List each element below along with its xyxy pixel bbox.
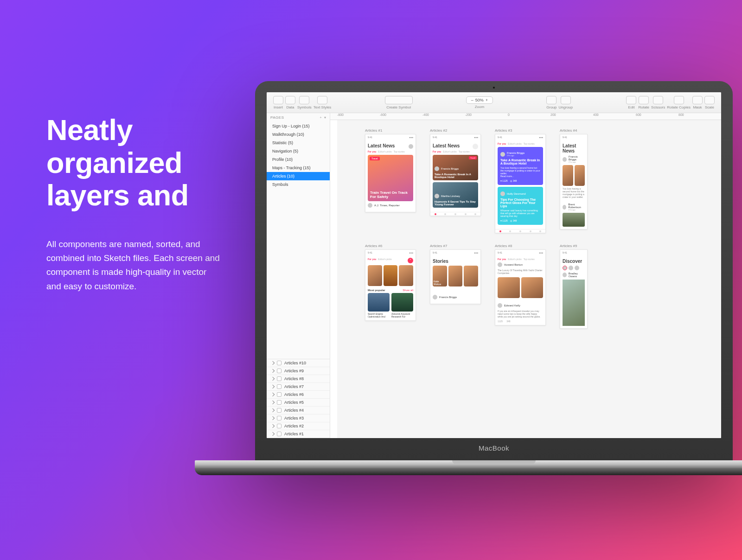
chevron-right-icon: [271, 385, 275, 388]
artboard-icon: [277, 416, 281, 420]
ungroup-button[interactable]: Ungroup: [559, 96, 573, 109]
chevron-right-icon: [271, 416, 275, 420]
artboard-icon: [277, 369, 281, 373]
chevron-right-icon: [271, 401, 275, 404]
chevron-right-icon: [271, 361, 275, 365]
artboard-7[interactable]: 9:41●●● Stories Katie Wolcox Francis Bri: [430, 249, 481, 304]
artboard-4[interactable]: 9:41 Latest News Francis Briggs27m ago Y…: [560, 134, 588, 229]
layer-row[interactable]: Articles #10: [267, 359, 330, 367]
chevron-right-icon: [271, 377, 275, 381]
artboard-icon: [277, 400, 281, 405]
insert-button[interactable]: Insert: [273, 96, 283, 109]
chevron-right-icon: [271, 424, 275, 428]
layer-row[interactable]: Articles #8: [267, 375, 330, 383]
layer-row[interactable]: Articles #9: [267, 367, 330, 375]
laptop-base: [195, 460, 742, 475]
artboard-icon: [277, 424, 281, 428]
canvas[interactable]: -800-600-400-2000200400600800 Articles #…: [330, 113, 721, 438]
symbols-button[interactable]: Symbols: [297, 96, 312, 109]
artboard-9[interactable]: 9:41 Discover Bradley Owens: [560, 249, 588, 329]
camera-dot: [493, 87, 495, 89]
layer-row[interactable]: Articles #2: [267, 422, 330, 430]
layer-row[interactable]: Articles #7: [267, 383, 330, 391]
artboard-icon: [277, 376, 281, 381]
artboard-3[interactable]: 9:41●●● For youEditor's picksTop stories…: [495, 134, 546, 233]
artboard-icon: [277, 408, 281, 413]
layers-panel: PAGES +▾ Sign Up - Login (15)Walkthrough…: [267, 113, 330, 438]
chevron-right-icon: [271, 408, 275, 412]
layer-row[interactable]: Articles #5: [267, 399, 330, 407]
artboard-icon: [277, 432, 281, 436]
zoom-control[interactable]: –50%+ Zoom: [466, 96, 493, 109]
rotate-copies-button[interactable]: Rotate Copies: [667, 96, 691, 109]
artboard-icon: [277, 361, 281, 365]
create-symbol-button[interactable]: Create Symbol: [385, 96, 413, 109]
layer-row[interactable]: Articles #3: [267, 414, 330, 422]
page-row[interactable]: Walkthrough (10): [267, 130, 330, 139]
add-page-icon[interactable]: +▾: [320, 115, 326, 120]
macbook-logo: MacBook: [255, 444, 733, 452]
artboard-icon: [277, 384, 281, 389]
group-button[interactable]: Group: [546, 96, 556, 109]
chevron-right-icon: [271, 369, 275, 373]
avatar[interactable]: [409, 144, 413, 149]
artboard-8[interactable]: 9:41●●● For youEditor's picksTop stories…: [495, 249, 546, 325]
page-row[interactable]: Sign Up - Login (15): [267, 122, 330, 130]
page-row[interactable]: Symbols: [267, 180, 330, 189]
promo-background: Neatly organized layers and All componen…: [0, 0, 742, 560]
layer-row[interactable]: Articles #1: [267, 430, 330, 438]
laptop-lid: Insert Data Symbols Text Styles Create S…: [255, 81, 733, 461]
page-row[interactable]: Maps - Tracking (15): [267, 164, 330, 172]
data-button[interactable]: Data: [285, 96, 295, 109]
scale-button[interactable]: Scale: [704, 96, 715, 109]
page-row[interactable]: Profile (10): [267, 155, 330, 164]
layer-row[interactable]: Articles #4: [267, 407, 330, 414]
pages-header: PAGES +▾: [267, 113, 330, 122]
sketch-app-window: Insert Data Symbols Text Styles Create S…: [267, 92, 721, 438]
textstyles-button[interactable]: Text Styles: [313, 96, 332, 109]
rotate-button[interactable]: Rotate: [638, 96, 649, 109]
artboard-icon: [277, 392, 281, 397]
artboard-2[interactable]: 9:41●●● Latest News For youEditor's pick…: [430, 134, 481, 216]
layer-row[interactable]: Articles #6: [267, 391, 330, 399]
chevron-right-icon: [271, 432, 275, 436]
mask-button[interactable]: Mask: [692, 96, 703, 109]
sketch-toolbar: Insert Data Symbols Text Styles Create S…: [267, 92, 721, 113]
page-row[interactable]: Navigation (5): [267, 147, 330, 155]
chevron-right-icon: [271, 393, 275, 396]
macbook-mockup: Insert Data Symbols Text Styles Create S…: [195, 81, 742, 475]
artboard-label[interactable]: Articles #1: [365, 128, 416, 133]
edit-button[interactable]: Edit: [626, 96, 636, 109]
page-row[interactable]: Articles (10): [267, 172, 330, 180]
ruler-horizontal: -800-600-400-2000200400600800: [330, 113, 721, 120]
artboard-1[interactable]: 9:41●●● Latest News For youEditor's pick…: [365, 134, 416, 212]
page-row[interactable]: Statistic (5): [267, 139, 330, 147]
scissors-button[interactable]: Scissors: [651, 96, 665, 109]
artboard-6[interactable]: 9:41●●● For youEditor's picks+ Most popu…: [365, 249, 416, 321]
